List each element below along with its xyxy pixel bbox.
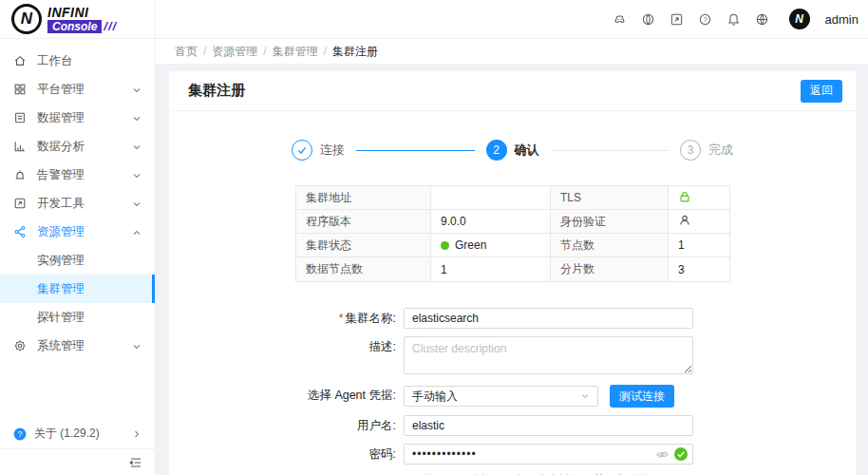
topbar-actions: ? N admin bbox=[156, 0, 868, 38]
sidebar-item-label: 资源管理 bbox=[37, 224, 132, 240]
sidebar-item-devtools[interactable]: 开发工具 bbox=[0, 189, 155, 218]
website-icon[interactable] bbox=[641, 11, 656, 27]
cluster-register-form: *集群名称: 描述: bbox=[295, 308, 856, 475]
step-check-icon bbox=[292, 140, 312, 161]
back-button[interactable]: 返回 bbox=[801, 80, 842, 103]
sidebar-item-label: 系统管理 bbox=[37, 338, 132, 354]
status-green-dot bbox=[441, 241, 449, 250]
step-number: 3 bbox=[680, 140, 701, 161]
sidebar-footer bbox=[0, 448, 155, 475]
select-value: 手动输入 bbox=[412, 389, 580, 405]
chevron-down-icon bbox=[132, 113, 142, 123]
sidebar-item-data-management[interactable]: 数据管理 bbox=[0, 104, 155, 132]
cluster-name-input[interactable] bbox=[404, 308, 693, 329]
main-content: 首页 / 资源管理 / 集群管理 / 集群注册 集群注册 返回 bbox=[156, 39, 868, 475]
valid-check-icon bbox=[674, 447, 688, 461]
password-row: 密码: bbox=[295, 444, 856, 465]
sidebar-item-platform[interactable]: 平台管理 bbox=[0, 75, 155, 104]
sidebar-item-label: 告警管理 bbox=[37, 167, 132, 183]
step-connector bbox=[356, 150, 475, 151]
sidebar-item-resources[interactable]: 资源管理 bbox=[0, 218, 155, 246]
brand-logo[interactable]: N INFINI Console /// bbox=[0, 0, 156, 38]
card-header: 集群注册 返回 bbox=[169, 71, 856, 111]
breadcrumb-current: 集群注册 bbox=[332, 44, 378, 60]
description-textarea[interactable] bbox=[404, 336, 693, 374]
node-count-label: 节点数 bbox=[551, 234, 669, 257]
chevron-right-icon bbox=[132, 428, 142, 438]
step-confirm: 2 确认 bbox=[486, 140, 539, 161]
home-icon bbox=[13, 54, 28, 68]
sidebar-item-alerting[interactable]: 告警管理 bbox=[0, 161, 155, 189]
step-label: 确认 bbox=[515, 142, 539, 159]
discord-icon[interactable] bbox=[613, 11, 628, 27]
data-icon bbox=[13, 111, 28, 125]
agent-credential-select[interactable]: 手动输入 bbox=[404, 386, 598, 407]
sidebar-subitem-probes[interactable]: 探针管理 bbox=[0, 303, 155, 332]
node-count-value: 1 bbox=[669, 234, 731, 257]
tls-label: TLS bbox=[551, 186, 669, 210]
share-network-icon bbox=[13, 225, 28, 239]
infini-logo-icon: N bbox=[11, 4, 42, 34]
sidebar-item-label: 数据分析 bbox=[37, 139, 132, 155]
sidebar-subitem-label: 实例管理 bbox=[37, 253, 85, 269]
sidebar-subitem-label: 探针管理 bbox=[37, 310, 85, 326]
user-avatar[interactable]: N bbox=[789, 9, 810, 29]
auth-value bbox=[669, 210, 731, 234]
language-globe-icon[interactable] bbox=[755, 11, 770, 27]
version-value: 9.0.0 bbox=[431, 210, 551, 234]
user-icon bbox=[678, 214, 691, 230]
step-number: 2 bbox=[486, 140, 507, 161]
svg-text:?: ? bbox=[18, 429, 23, 439]
breadcrumb-home[interactable]: 首页 bbox=[175, 44, 198, 60]
chevron-down-icon bbox=[132, 341, 142, 351]
chevron-down-icon bbox=[132, 199, 142, 208]
cluster-register-card: 集群注册 返回 连接 2 bbox=[169, 71, 856, 475]
sidebar-item-label: 工作台 bbox=[37, 53, 142, 69]
menu-fold-icon[interactable] bbox=[128, 455, 143, 470]
username-input[interactable] bbox=[404, 415, 693, 436]
chevron-down-icon bbox=[132, 85, 142, 94]
sidebar-subitem-instances[interactable]: 实例管理 bbox=[0, 246, 155, 275]
test-connection-button[interactable]: 测试连接 bbox=[610, 385, 674, 408]
username-label[interactable]: admin bbox=[825, 12, 859, 27]
sidebar-item-label: 开发工具 bbox=[37, 196, 132, 212]
tls-value bbox=[669, 186, 731, 210]
help-icon[interactable]: ? bbox=[698, 11, 713, 27]
chevron-down-icon bbox=[580, 391, 590, 401]
eye-invisible-icon[interactable] bbox=[655, 447, 670, 462]
sidebar-subitem-clusters[interactable]: 集群管理 bbox=[0, 275, 155, 303]
chevron-down-icon bbox=[132, 170, 142, 180]
chevron-down-icon bbox=[132, 142, 142, 151]
step-label: 完成 bbox=[708, 142, 733, 159]
breadcrumb: 首页 / 资源管理 / 集群管理 / 集群注册 bbox=[156, 39, 868, 64]
page-title: 集群注册 bbox=[188, 82, 801, 100]
sidebar-item-label: 平台管理 bbox=[37, 82, 132, 98]
sidebar-item-system[interactable]: 系统管理 bbox=[0, 332, 155, 360]
breadcrumb-resources[interactable]: 资源管理 bbox=[212, 44, 257, 60]
avatar-letter: N bbox=[795, 12, 803, 26]
app-window: N INFINI Console /// bbox=[0, 0, 868, 475]
brand-text: INFINI Console /// bbox=[47, 6, 117, 33]
username-label: 用户名: bbox=[295, 415, 404, 436]
console-icon[interactable] bbox=[670, 11, 685, 27]
svg-text:?: ? bbox=[703, 15, 707, 24]
breadcrumb-separator: / bbox=[203, 45, 206, 58]
description-label: 描述: bbox=[295, 336, 404, 357]
brand-name-bottom: Console bbox=[47, 20, 102, 33]
alarm-icon bbox=[13, 168, 28, 182]
notification-bell-icon[interactable] bbox=[726, 11, 742, 27]
shard-count-value: 3 bbox=[669, 257, 731, 281]
data-node-count-value: 1 bbox=[431, 257, 551, 281]
shard-count-label: 分片数 bbox=[551, 257, 669, 281]
sidebar-item-data-analysis[interactable]: 数据分析 bbox=[0, 132, 155, 161]
sidebar-item-about[interactable]: ? 关于 (1.29.2) bbox=[0, 418, 155, 448]
description-row: 描述: bbox=[295, 336, 856, 377]
cluster-overview-table: 集群地址 TLS 程序版本 9.0.0 身份验证 bbox=[295, 185, 730, 282]
required-marker: * bbox=[339, 312, 344, 325]
breadcrumb-clusters[interactable]: 集群管理 bbox=[273, 44, 318, 60]
cluster-status-label: 集群状态 bbox=[296, 234, 431, 257]
sidebar-item-workbench[interactable]: 工作台 bbox=[0, 47, 155, 75]
password-input[interactable] bbox=[404, 444, 693, 465]
data-node-count-label: 数据节点数 bbox=[296, 257, 431, 281]
platform-icon bbox=[13, 83, 28, 97]
